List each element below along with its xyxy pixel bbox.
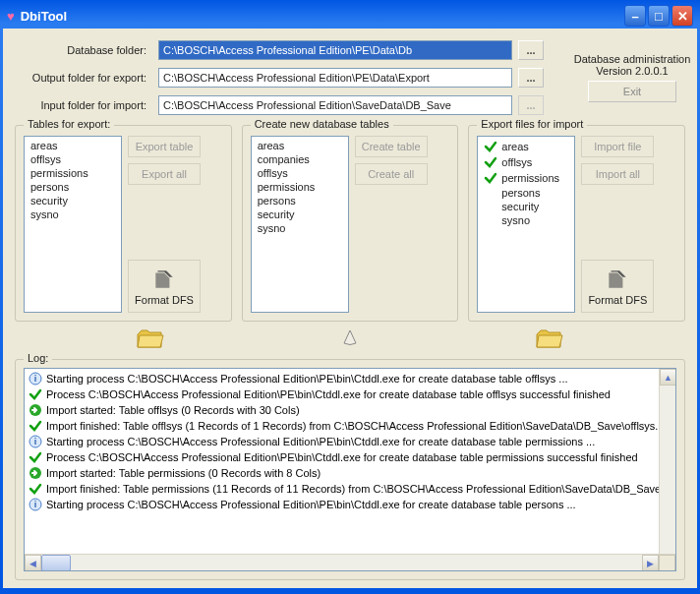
db-folder-field[interactable]: C:\BOSCH\Access Professional Edition\PE\…: [158, 40, 512, 60]
check-icon: [484, 171, 497, 185]
info-icon: i: [29, 498, 42, 511]
log-line: iStarting process C:\BOSCH\Access Profes…: [29, 371, 671, 386]
list-item[interactable]: companies: [252, 152, 348, 166]
format-dfs-export-button[interactable]: Format DFS: [128, 260, 201, 313]
check-icon: [29, 482, 42, 496]
app-window: ♥ DbiTool – □ ✕ Database folder: C:\BOSC…: [0, 0, 700, 594]
export-table-button[interactable]: Export table: [128, 136, 201, 157]
group-import: Export files for import areasofflsysperm…: [468, 125, 685, 322]
log-line: iStarting process C:\BOSCH\Access Profes…: [29, 434, 671, 449]
group-export: Tables for export: areasofflsyspermissio…: [15, 125, 232, 322]
svg-text:i: i: [34, 500, 37, 509]
log-box[interactable]: iStarting process C:\BOSCH\Access Profes…: [24, 368, 676, 571]
folder-icon[interactable]: [536, 327, 563, 351]
list-item[interactable]: sysno: [252, 221, 348, 235]
log-line: Import finished: Table offlsys (1 Record…: [29, 418, 671, 434]
log-line: Import started: Table offlsys (0 Records…: [29, 402, 671, 418]
out-folder-field[interactable]: C:\BOSCH\Access Professional Edition\PE\…: [158, 68, 512, 88]
scroll-left-icon[interactable]: ◀: [25, 555, 41, 571]
list-item[interactable]: areas: [478, 139, 574, 154]
in-folder-field[interactable]: C:\BOSCH\Access Professional Edition\Sav…: [158, 95, 512, 115]
log-line: Import started: Table permissions (0 Rec…: [29, 465, 671, 481]
svg-text:i: i: [34, 374, 37, 384]
window-title: DbiTool: [21, 9, 624, 24]
format-dfs-label: Format DFS: [135, 294, 194, 306]
log-legend: Log:: [24, 352, 52, 364]
create-all-button[interactable]: Create all: [355, 163, 428, 185]
list-item[interactable]: offlsys: [478, 154, 574, 170]
admin-version: Version 2.0.0.1: [596, 65, 668, 77]
log-group: Log: iStarting process C:\BOSCH\Access P…: [15, 359, 685, 580]
scroll-up-icon[interactable]: ▲: [660, 369, 676, 386]
out-folder-browse[interactable]: ...: [518, 68, 544, 88]
in-folder-label: Input folder for import:: [15, 99, 152, 111]
list-item[interactable]: areas: [25, 139, 121, 152]
scroll-thumb[interactable]: [41, 555, 71, 571]
export-list[interactable]: areasofflsyspermissionspersonssecuritysy…: [24, 136, 122, 313]
maximize-button[interactable]: □: [648, 5, 670, 27]
log-line: Import finished: Table permissions (11 R…: [29, 481, 671, 497]
format-dfs-import-button[interactable]: Format DFS: [581, 260, 654, 313]
folder-icon[interactable]: [137, 327, 164, 351]
scrollbar-vertical[interactable]: ▲: [659, 369, 675, 554]
scrollbar-horizontal[interactable]: ◀ ▶: [25, 554, 675, 570]
arrow-icon: [29, 466, 42, 480]
create-list[interactable]: areascompaniesofflsyspermissionspersonss…: [251, 136, 349, 313]
list-item[interactable]: permissions: [478, 170, 574, 186]
info-icon: i: [29, 435, 42, 448]
log-line: iStarting process C:\BOSCH\Access Profes…: [29, 497, 671, 512]
svg-marker-0: [155, 273, 169, 288]
svg-text:i: i: [34, 437, 37, 446]
cursor-icon: [341, 329, 359, 349]
in-folder-browse: ...: [518, 95, 544, 115]
close-button[interactable]: ✕: [671, 5, 693, 27]
client-area: Database folder: C:\BOSCH\Access Profess…: [3, 29, 697, 588]
format-dfs-label: Format DFS: [588, 294, 647, 306]
check-icon: [29, 450, 42, 464]
exit-button[interactable]: Exit: [588, 81, 676, 102]
list-item[interactable]: permissions: [252, 180, 348, 194]
export-all-button[interactable]: Export all: [128, 163, 201, 185]
page-arrow-icon: [150, 267, 178, 292]
list-item[interactable]: persons: [252, 194, 348, 208]
check-icon: [484, 140, 497, 153]
check-icon: [484, 155, 497, 169]
app-icon: ♥: [7, 9, 15, 24]
list-item[interactable]: offlsys: [252, 166, 348, 180]
create-table-button[interactable]: Create table: [355, 136, 428, 157]
group-export-legend: Tables for export:: [24, 118, 114, 130]
list-item[interactable]: security: [25, 194, 121, 208]
check-icon: [29, 419, 42, 433]
group-import-legend: Export files for import: [477, 118, 587, 130]
list-item[interactable]: persons: [25, 180, 121, 194]
group-create-legend: Create new database tables: [251, 118, 393, 130]
log-line: Process C:\BOSCH\Access Professional Edi…: [29, 449, 671, 465]
group-create: Create new database tables areascompanie…: [242, 125, 459, 322]
out-folder-label: Output folder for export:: [15, 72, 152, 84]
list-item[interactable]: permissions: [25, 166, 121, 180]
db-folder-label: Database folder:: [15, 44, 152, 56]
arrow-icon: [29, 403, 42, 417]
admin-title: Database administration: [574, 53, 691, 65]
list-item[interactable]: offlsys: [25, 152, 121, 166]
import-all-button[interactable]: Import all: [581, 163, 654, 185]
page-arrow-icon: [604, 267, 631, 292]
list-item[interactable]: areas: [252, 139, 348, 152]
list-item[interactable]: sysno: [478, 213, 574, 227]
svg-marker-2: [610, 273, 623, 288]
minimize-button[interactable]: –: [624, 5, 646, 27]
scroll-right-icon[interactable]: ▶: [642, 555, 659, 571]
list-item[interactable]: security: [252, 208, 348, 221]
db-folder-browse[interactable]: ...: [518, 40, 544, 60]
import-list[interactable]: areasofflsyspermissionspersonssecuritysy…: [477, 136, 575, 313]
log-line: Process C:\BOSCH\Access Professional Edi…: [29, 386, 671, 402]
import-file-button[interactable]: Import file: [581, 136, 654, 157]
scroll-corner: [659, 555, 675, 571]
info-icon: i: [29, 372, 42, 386]
check-icon: [29, 387, 42, 401]
list-item[interactable]: persons: [478, 186, 574, 200]
list-item[interactable]: sysno: [25, 208, 121, 221]
titlebar: ♥ DbiTool – □ ✕: [3, 3, 697, 29]
list-item[interactable]: security: [478, 200, 574, 213]
